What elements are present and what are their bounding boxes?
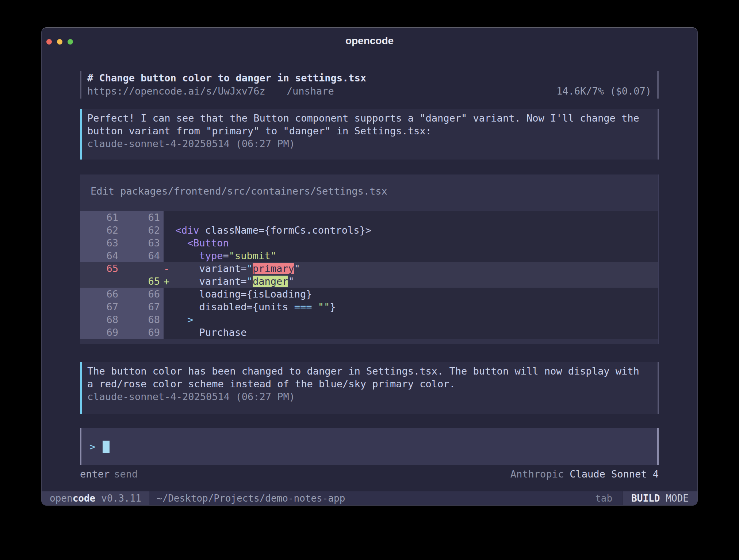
- diff-new-lineno: [122, 262, 164, 275]
- diff-code-line: <Button: [164, 237, 658, 249]
- mode-word: MODE: [666, 493, 689, 504]
- app-name-open: open: [50, 493, 73, 504]
- app-name-code: code: [73, 493, 96, 504]
- diff-row: 6363 <Button: [80, 237, 658, 249]
- diff-row: 6666 loading={isLoading}: [80, 288, 658, 300]
- model-timestamp: claude-sonnet-4-20250514 (06:27 PM): [87, 390, 652, 403]
- diff-code-line: <div className={formCs.controls}>: [164, 224, 658, 237]
- diff-new-lineno: 65: [122, 275, 164, 288]
- diff-row: 6161: [80, 211, 658, 224]
- diff-old-lineno: 66: [80, 288, 122, 300]
- diff-code-line: + variant="danger": [164, 275, 658, 288]
- provider-label: Anthropic: [510, 468, 564, 480]
- diff-row: 65+ variant="danger": [80, 275, 658, 288]
- diff-new-lineno: 68: [122, 313, 164, 326]
- diff-old-lineno: 65: [80, 262, 122, 275]
- prompt-symbol: >: [89, 441, 95, 452]
- diff-new-lineno: 61: [122, 211, 164, 224]
- diff-old-lineno: 69: [80, 326, 122, 339]
- message-line: The button color has been changed to dan…: [87, 365, 652, 377]
- diff-old-lineno: 67: [80, 300, 122, 313]
- enter-key-hint: enter: [80, 468, 110, 480]
- diff-old-lineno: 62: [80, 224, 122, 237]
- diff-code-line: disabled={units === ""}: [164, 300, 658, 313]
- diff-code-line: >: [164, 313, 658, 326]
- diff-row: 6969 Purchase: [80, 326, 658, 339]
- message-line: Perfect! I can see that the Button compo…: [87, 112, 652, 124]
- diff-old-lineno: 64: [80, 249, 122, 262]
- unshare-command: /unshare: [287, 85, 334, 97]
- diff-old-lineno: 63: [80, 237, 122, 249]
- session-title: # Change button color to danger in setti…: [87, 72, 366, 84]
- diff-code-line: loading={isLoading}: [164, 288, 658, 300]
- diff-new-lineno: 63: [122, 237, 164, 249]
- prompt-input[interactable]: >: [80, 428, 659, 465]
- diff-old-lineno: 68: [80, 313, 122, 326]
- diff-code-line: [164, 211, 658, 224]
- diff-code-line: - variant="primary": [164, 262, 658, 275]
- diff-row: 6464 type="submit": [80, 249, 658, 262]
- diff-code-line: Purchase: [164, 326, 658, 339]
- working-directory: ~/Desktop/Projects/demo-notes-app: [157, 491, 595, 505]
- diff-new-lineno: 64: [122, 249, 164, 262]
- model-timestamp: claude-sonnet-4-20250514 (06:27 PM): [87, 137, 652, 150]
- assistant-message-1: Perfect! I can see that the Button compo…: [80, 109, 659, 160]
- diff-row: 65- variant="primary": [80, 262, 658, 275]
- text-cursor: [103, 441, 110, 453]
- diff-row: 6767 disabled={units === ""}: [80, 300, 658, 313]
- window-title: opencode: [42, 28, 697, 51]
- diff-new-lineno: 62: [122, 224, 164, 237]
- diff-new-lineno: 67: [122, 300, 164, 313]
- diff-old-lineno: [80, 275, 122, 288]
- diff-old-lineno: 61: [80, 211, 122, 224]
- tab-key-hint[interactable]: tab: [595, 491, 612, 505]
- status-bar: opencodev0.3.11 ~/Desktop/Projects/demo-…: [42, 491, 697, 505]
- diff-row: 6262 <div className={formCs.controls}>: [80, 224, 658, 237]
- edit-tool-card: Edit packages/frontend/src/containers/Se…: [80, 174, 659, 344]
- diff-file-header: Edit packages/frontend/src/containers/Se…: [80, 185, 658, 197]
- message-line: a red/rose color scheme instead of the b…: [87, 377, 652, 390]
- hint-row: entersend AnthropicClaude Sonnet 4: [80, 468, 659, 481]
- app-version-chip: opencodev0.3.11: [42, 491, 149, 505]
- assistant-message-2: The button color has been changed to dan…: [80, 362, 659, 414]
- diff-row: 6868 >: [80, 313, 658, 326]
- context-stats: 14.6K/7% ($0.07): [556, 85, 651, 98]
- titlebar: opencode: [42, 28, 697, 51]
- session-header: # Change button color to danger in setti…: [80, 71, 659, 99]
- diff-table: 61616262 <div className={formCs.controls…: [80, 211, 658, 339]
- app-version: v0.3.11: [101, 493, 141, 504]
- send-action-hint: send: [114, 468, 138, 480]
- mode-chip: BUILDMODE: [622, 491, 697, 505]
- diff-new-lineno: 66: [122, 288, 164, 300]
- share-url: https://opencode.ai/s/UwJxv76z: [87, 85, 265, 97]
- diff-code-line: type="submit": [164, 249, 658, 262]
- diff-new-lineno: 69: [122, 326, 164, 339]
- message-line: button variant from "primary" to "danger…: [87, 124, 652, 137]
- opencode-window: opencode # Change button color to danger…: [41, 27, 698, 506]
- mode-name: BUILD: [631, 493, 660, 504]
- model-label: Claude Sonnet 4: [570, 468, 659, 480]
